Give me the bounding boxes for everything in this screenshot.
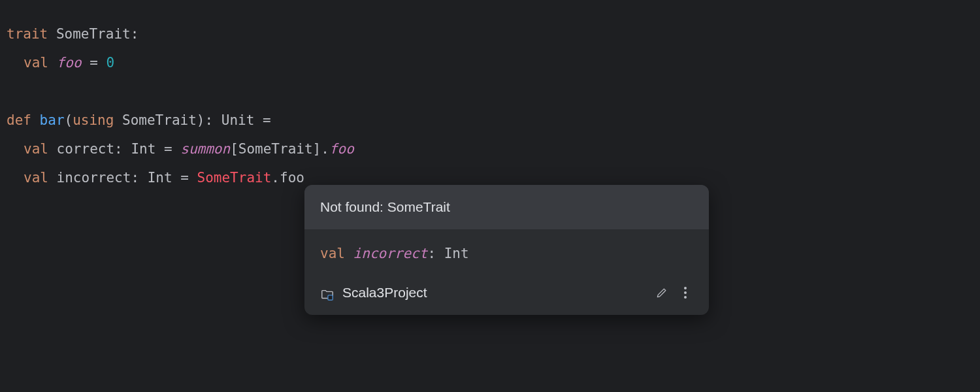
val-name-foo: foo	[57, 55, 82, 71]
code-editor[interactable]: trait SomeTrait: val foo = 0 def bar(usi…	[7, 20, 973, 192]
param-type: SomeTrait	[114, 112, 196, 128]
tooltip-footer: Scala3Project	[304, 274, 709, 315]
edit-button[interactable]	[654, 285, 670, 301]
member-foo: foo	[280, 170, 304, 186]
tooltip-type: Int	[444, 246, 469, 261]
dot: .	[321, 141, 329, 157]
error-identifier: SomeTrait	[197, 170, 272, 186]
ret-colon: :	[205, 112, 221, 128]
tooltip-error-message: Not found: SomeTrait	[304, 185, 709, 229]
keyword-trait: trait	[7, 26, 48, 42]
keyword-val: val	[24, 55, 48, 71]
keyword-val: val	[24, 170, 48, 186]
colon: :	[131, 170, 147, 186]
val-name-incorrect: incorrect	[48, 170, 131, 186]
return-type: Unit	[221, 112, 255, 128]
val-name-correct: correct	[48, 141, 114, 157]
code-line-3-blank[interactable]	[7, 77, 973, 106]
keyword-using: using	[73, 112, 114, 128]
keyword-val: val	[24, 141, 48, 157]
rbracket: ]	[313, 141, 321, 157]
lparen: (	[65, 112, 73, 128]
error-tooltip: Not found: SomeTrait val incorrect: Int …	[304, 185, 709, 315]
code-line-5[interactable]: val correct: Int = summon[SomeTrait].foo	[24, 135, 973, 163]
def-name-bar: bar	[40, 112, 65, 128]
colon: :	[131, 26, 139, 42]
type-int: Int	[131, 141, 155, 157]
summon-type: SomeTrait	[238, 141, 313, 157]
number-literal: 0	[106, 55, 114, 71]
svg-rect-0	[328, 295, 333, 300]
type-int: Int	[148, 170, 172, 186]
lbracket: [	[230, 141, 238, 157]
folder-icon	[320, 287, 335, 299]
keyword-def: def	[7, 112, 31, 128]
tooltip-signature: val incorrect: Int	[304, 229, 709, 275]
equals: =	[155, 141, 180, 157]
project-name: Scala3Project	[342, 282, 427, 303]
tooltip-colon: :	[427, 246, 444, 261]
equals: =	[254, 112, 270, 128]
dot: .	[271, 170, 280, 186]
tooltip-keyword-val: val	[320, 246, 345, 261]
rparen: )	[197, 112, 205, 128]
code-line-4[interactable]: def bar(using SomeTrait): Unit =	[7, 106, 973, 135]
code-line-1[interactable]: trait SomeTrait:	[7, 20, 973, 48]
more-options-button[interactable]	[678, 285, 693, 301]
tooltip-val-name: incorrect	[353, 246, 428, 261]
summon-call: summon	[180, 141, 230, 157]
colon: :	[114, 141, 131, 157]
member-foo: foo	[329, 141, 354, 157]
equals: =	[172, 170, 197, 186]
equals: =	[82, 55, 106, 71]
code-line-2[interactable]: val foo = 0	[24, 48, 973, 77]
trait-name: SomeTrait	[56, 26, 131, 42]
more-icon-dots	[684, 287, 687, 299]
